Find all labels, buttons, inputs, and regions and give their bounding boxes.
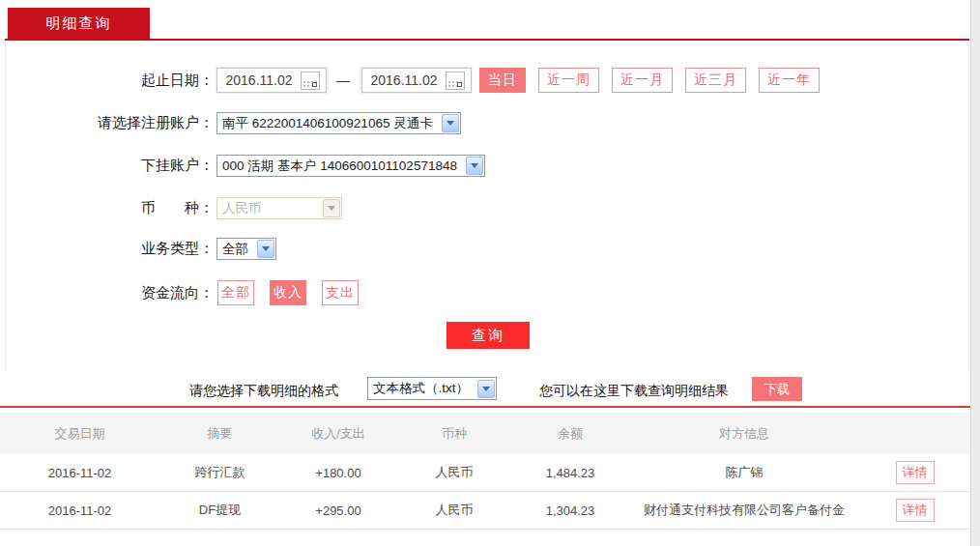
currency-label: 币 种： bbox=[11, 199, 214, 217]
quick-range-year-button[interactable]: 近一年 bbox=[759, 68, 820, 93]
business-type-select[interactable]: 全部 bbox=[216, 238, 276, 260]
download-format-select[interactable]: 文本格式（.txt） bbox=[367, 377, 497, 400]
end-date-input[interactable] bbox=[362, 72, 446, 88]
chevron-down-icon[interactable] bbox=[477, 380, 495, 398]
col-header-summary: 摘要 bbox=[159, 425, 280, 443]
detail-query-page: 明细查询 起止日期： — bbox=[0, 0, 980, 546]
fund-flow-income-button[interactable]: 收入 bbox=[270, 280, 306, 305]
download-hint: 您可以在这里下载查询明细结果 bbox=[539, 383, 729, 400]
business-type-label: 业务类型： bbox=[11, 240, 214, 258]
col-header-date: 交易日期 bbox=[0, 425, 159, 443]
sub-account-select[interactable]: 000 活期 基本户 1406600101102571848 bbox=[216, 155, 485, 177]
business-type-value: 全部 bbox=[222, 241, 256, 258]
table-row: 2016-11-02 DF提现 +295.00 人民币 1,304.23 财付通… bbox=[0, 492, 970, 530]
date-range-label: 起止日期： bbox=[11, 72, 214, 90]
fund-flow-all-button[interactable]: 全部 bbox=[217, 280, 254, 305]
chevron-down-icon[interactable] bbox=[466, 157, 483, 175]
business-type-row: 业务类型： 全部 bbox=[11, 238, 276, 260]
fund-flow-label: 资金流向： bbox=[11, 284, 214, 302]
registered-account-label: 请选择注册账户： bbox=[11, 114, 214, 132]
tab-label: 明细查询 bbox=[46, 14, 112, 33]
detail-button[interactable]: 详情 bbox=[896, 461, 935, 484]
sub-account-value: 000 活期 基本户 1406600101102571848 bbox=[222, 158, 465, 175]
cell-summary: DF提现 bbox=[159, 502, 280, 519]
currency-select: 人民币 bbox=[216, 197, 342, 219]
quick-range-3months-button[interactable]: 近三月 bbox=[685, 68, 746, 93]
quick-range-week-button[interactable]: 近一周 bbox=[538, 68, 599, 93]
col-header-balance: 余额 bbox=[512, 425, 628, 443]
scrollbar-gutter[interactable] bbox=[970, 0, 980, 546]
date-range-row: 起止日期： — 当日 近一周 近一月 近三月 bbox=[11, 68, 820, 93]
fund-flow-row: 资金流向： 全部 收入 支出 bbox=[11, 280, 359, 305]
cell-date: 2016-11-02 bbox=[0, 503, 159, 518]
cell-balance: 1,484.23 bbox=[512, 466, 628, 480]
col-header-currency: 币种 bbox=[396, 425, 512, 443]
chevron-down-icon[interactable] bbox=[257, 240, 274, 258]
quick-range-month-button[interactable]: 近一月 bbox=[612, 68, 673, 93]
cell-summary: 跨行汇款 bbox=[159, 464, 280, 481]
cell-counterparty: 财付通支付科技有限公司客户备付金 bbox=[628, 502, 860, 519]
currency-row: 币 种： 人民币 bbox=[11, 197, 342, 219]
chevron-down-icon[interactable] bbox=[442, 114, 459, 132]
tab-detail-query[interactable]: 明细查询 bbox=[8, 8, 150, 40]
quick-range-today-button[interactable]: 当日 bbox=[479, 68, 526, 93]
detail-button[interactable]: 详情 bbox=[896, 499, 935, 522]
download-format-value: 文本格式（.txt） bbox=[373, 380, 476, 397]
calendar-icon[interactable] bbox=[301, 72, 320, 90]
cell-balance: 1,304.23 bbox=[512, 503, 628, 518]
table-row: 2016-11-02 跨行汇款 +180.00 人民币 1,484.23 陈广锦… bbox=[0, 454, 970, 492]
col-header-amount: 收入/支出 bbox=[280, 425, 396, 443]
download-format-label: 请您选择下载明细的格式 bbox=[189, 383, 338, 400]
results-table: 交易日期 摘要 收入/支出 币种 余额 对方信息 2016-11-02 跨行汇款… bbox=[0, 406, 970, 530]
registered-account-select[interactable]: 南平 6222001406100921065 灵通卡 bbox=[216, 112, 461, 134]
start-date-field[interactable] bbox=[216, 68, 327, 93]
table-header-row: 交易日期 摘要 收入/支出 币种 余额 对方信息 bbox=[0, 413, 970, 454]
cell-date: 2016-11-02 bbox=[0, 466, 159, 480]
cell-amount: +295.00 bbox=[280, 503, 396, 518]
end-date-field[interactable] bbox=[361, 68, 472, 93]
query-button[interactable]: 查询 bbox=[447, 322, 530, 349]
col-header-counterparty: 对方信息 bbox=[628, 425, 860, 443]
currency-value: 人民币 bbox=[222, 200, 322, 217]
sub-account-row: 下挂账户： 000 活期 基本户 1406600101102571848 bbox=[11, 155, 485, 177]
download-button[interactable]: 下载 bbox=[752, 377, 802, 401]
calendar-icon[interactable] bbox=[446, 72, 465, 90]
date-separator: — bbox=[336, 72, 350, 88]
cell-counterparty: 陈广锦 bbox=[628, 464, 860, 481]
cell-currency: 人民币 bbox=[396, 502, 512, 519]
start-date-input[interactable] bbox=[217, 72, 301, 88]
registered-account-value: 南平 6222001406100921065 灵通卡 bbox=[222, 115, 441, 132]
cell-amount: +180.00 bbox=[280, 466, 396, 480]
fund-flow-expense-button[interactable]: 支出 bbox=[322, 280, 359, 305]
chevron-down-icon bbox=[323, 199, 340, 217]
registered-account-row: 请选择注册账户： 南平 6222001406100921065 灵通卡 bbox=[11, 112, 461, 134]
sub-account-label: 下挂账户： bbox=[11, 157, 214, 175]
cell-currency: 人民币 bbox=[396, 464, 512, 481]
